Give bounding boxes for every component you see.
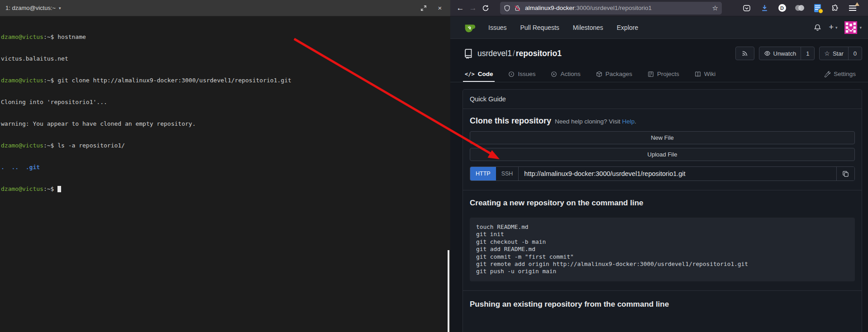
tab-actions[interactable]: Actions [549,71,582,82]
terminal-restore-icon[interactable] [419,3,429,13]
repo-owner-link[interactable]: usrdevel1 [477,49,512,58]
url-path: :3000/usrdevel1/repositorio1 [575,5,652,11]
insecure-lock-icon[interactable] [514,5,521,12]
repo-header: usrdevel1/repositorio1 [450,42,868,65]
tab-wiki[interactable]: Wiki [693,71,718,82]
book-icon [695,71,701,77]
http-protocol-button[interactable]: HTTP [470,167,496,180]
tab-packages[interactable]: Packages [594,71,634,82]
prompt-path: :~$ [43,33,57,40]
output-cloning: Cloning into 'repositorio1'... [1,99,107,105]
new-file-button[interactable]: New File [470,131,855,144]
watchers-count[interactable]: 1 [801,47,814,60]
prompt-path: :~$ [43,185,57,192]
back-icon[interactable]: ← [454,2,467,14]
help-link[interactable]: Help [622,118,634,125]
extensions-puzzle-icon[interactable] [830,3,840,13]
clone-help-text: Need help cloning? Visit Help. [555,118,636,125]
bookmark-star-icon[interactable]: ☆ [712,4,718,12]
unwatch-button[interactable]: Unwatch 1 [759,47,815,60]
url-host: almalinux9-docker [525,5,575,11]
prompt-user: dzamo@victus [1,142,43,149]
extension-circles-icon[interactable] [795,3,805,13]
star-icon: ☆ [824,50,830,57]
terminal-line: dzamo@victus:~$ hostname [1,33,449,41]
clone-url-input[interactable]: http://almalinux9-docker:3000/usrdevel1/… [519,167,836,180]
extension-d-icon[interactable]: D [777,3,787,13]
command-hostname: hostname [57,33,86,40]
terminal-titlebar[interactable]: 1: dzamo@victus:~ ▾ × [0,0,450,16]
terminal-line: dzamo@victus:~$ ls -a repositorio1/ [1,142,449,149]
repo-tabs: </> Code Issues Actions Packages [450,66,868,82]
menu-update-badge [855,2,859,6]
terminal-title-caret-icon[interactable]: ▾ [59,6,61,10]
star-button[interactable]: ☆ Star 0 [819,47,862,60]
dir-dot: . [1,164,5,171]
terminal-window: 1: dzamo@victus:~ ▾ × dzamo@victus:~$ ho… [0,0,450,332]
terminal-title: 1: dzamo@victus:~ ▾ [5,5,61,11]
tab-settings[interactable]: Settings [822,71,858,82]
create-new-button[interactable]: +▾ [829,23,837,32]
stars-count[interactable]: 0 [848,47,862,60]
tab-issues[interactable]: Issues [506,71,537,82]
forward-icon[interactable]: → [467,2,479,14]
terminal-line: dzamo@victus:~$ git clone http://almalin… [1,77,449,84]
terminal-line: dzamo@victus:~$ [1,185,449,193]
terminal-body[interactable]: dzamo@victus:~$ hostname victus.balaitus… [0,16,450,207]
terminal-title-text: 1: dzamo@victus:~ [5,5,56,11]
quick-guide-header: Quick Guide [463,90,862,109]
pushing-repo-heading: Pushing an existing repository from the … [470,300,855,309]
nav-link-issues[interactable]: Issues [488,24,506,31]
create-new-caret-icon: ▾ [835,25,838,30]
clone-url-row: HTTP SSH http://almalinux9-docker:3000/u… [470,166,855,181]
quick-guide-panel: Quick Guide Clone this repository Need h… [463,89,862,332]
rss-feed-button[interactable] [735,47,754,60]
pocket-icon[interactable] [742,3,752,13]
repo-title: usrdevel1/repositorio1 [463,48,562,59]
gitea-navbar: Issues Pull Requests Milestones Explore … [450,16,868,39]
rss-icon [742,50,748,57]
url-text[interactable]: almalinux9-docker:3000/usrdevel1/reposit… [525,5,710,11]
command-git-clone: git clone http://almalinux9-docker:3000/… [57,77,291,84]
dir-dotdot: .. [11,164,19,171]
ssh-protocol-button[interactable]: SSH [496,167,519,180]
settings-tools-icon [824,71,830,77]
nav-link-explore[interactable]: Explore [617,24,638,31]
nav-link-pull-requests[interactable]: Pull Requests [520,24,559,31]
extension-document-icon[interactable] [812,3,822,13]
play-circle-icon [551,71,557,77]
package-icon [596,71,602,77]
terminal-line: Cloning into 'repositorio1'... [1,99,449,106]
repo-header-buttons: Unwatch 1 ☆ Star 0 [735,47,862,60]
extension-icons: D [742,3,858,13]
unwatch-label: Unwatch [773,50,796,57]
quick-guide-title: Quick Guide [470,95,506,103]
code-icon: </> [465,71,475,77]
repo-name-link[interactable]: repositorio1 [516,49,562,58]
url-bar[interactable]: almalinux9-docker:3000/usrdevel1/reposit… [500,2,722,14]
user-menu-caret-icon: ▾ [859,25,862,30]
tab-code[interactable]: </> Code [463,71,495,82]
gitea-logo-icon[interactable] [463,21,477,34]
menu-hamburger-icon[interactable] [848,3,858,13]
project-board-icon [648,71,654,77]
command-ls: ls -a repositorio1/ [57,142,125,149]
reload-icon[interactable] [479,2,492,14]
avatar[interactable] [844,21,857,34]
prompt-user: dzamo@victus [1,185,43,192]
terminal-close-icon[interactable]: × [435,3,445,13]
creating-repo-code-block[interactable]: touch README.md git init git checkout -b… [470,218,855,281]
user-menu[interactable]: ▾ [844,21,862,34]
copy-url-button[interactable] [836,167,854,180]
star-label: Star [833,50,844,57]
eye-icon [764,50,771,57]
upload-file-button[interactable]: Upload File [470,148,855,161]
browser-toolbar: ← → al [450,0,868,16]
tab-projects[interactable]: Projects [646,71,681,82]
shield-icon[interactable] [504,5,510,12]
window-divider[interactable] [448,250,449,332]
creating-repo-heading: Creating a new repository on the command… [470,199,855,208]
nav-link-milestones[interactable]: Milestones [573,24,603,31]
notifications-bell-icon[interactable] [814,24,821,32]
downloads-icon[interactable] [759,3,769,13]
